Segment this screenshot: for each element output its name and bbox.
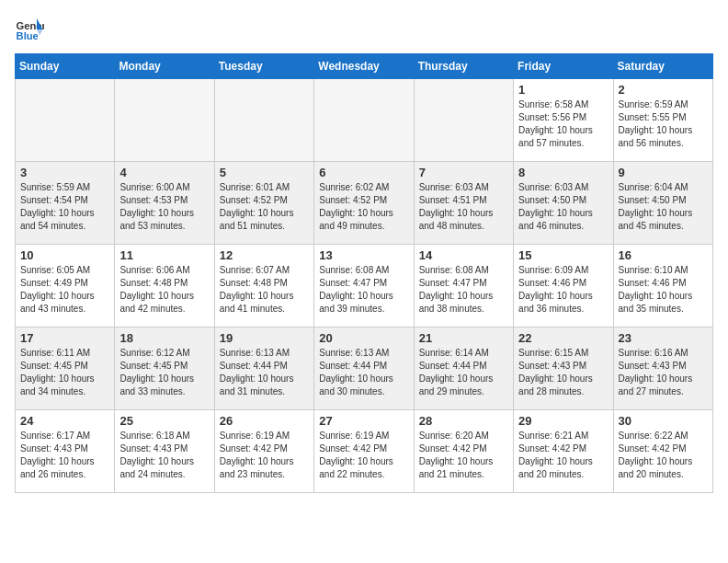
day-number: 24	[20, 414, 109, 428]
day-info: Sunrise: 6:03 AM Sunset: 4:50 PM Dayligh…	[518, 181, 608, 233]
day-info: Sunrise: 6:05 AM Sunset: 4:49 PM Dayligh…	[20, 264, 109, 316]
calendar-cell: 23Sunrise: 6:16 AM Sunset: 4:43 PM Dayli…	[613, 327, 712, 410]
day-number: 30	[619, 414, 708, 428]
day-number: 10	[20, 248, 109, 262]
calendar-cell: 15Sunrise: 6:09 AM Sunset: 4:46 PM Dayli…	[514, 245, 613, 327]
calendar-cell: 25Sunrise: 6:18 AM Sunset: 4:43 PM Dayli…	[115, 410, 214, 493]
day-info: Sunrise: 6:08 AM Sunset: 4:47 PM Dayligh…	[319, 264, 408, 316]
calendar-table: SundayMondayTuesdayWednesdayThursdayFrid…	[15, 53, 713, 493]
calendar-cell	[414, 79, 513, 162]
day-info: Sunrise: 6:21 AM Sunset: 4:42 PM Dayligh…	[518, 430, 608, 481]
calendar-week-row: 10Sunrise: 6:05 AM Sunset: 4:49 PM Dayli…	[16, 245, 713, 327]
calendar-cell: 27Sunrise: 6:19 AM Sunset: 4:42 PM Dayli…	[314, 410, 414, 493]
day-info: Sunrise: 6:13 AM Sunset: 4:44 PM Dayligh…	[220, 347, 309, 398]
day-number: 15	[518, 248, 608, 262]
day-number: 25	[119, 414, 209, 428]
logo-icon: General Blue	[15, 15, 44, 44]
day-info: Sunrise: 6:10 AM Sunset: 4:46 PM Dayligh…	[619, 264, 708, 316]
calendar-cell: 20Sunrise: 6:13 AM Sunset: 4:44 PM Dayli…	[314, 327, 414, 410]
day-number: 20	[319, 331, 408, 345]
column-header-thursday: Thursday	[414, 54, 513, 79]
calendar-cell: 3Sunrise: 5:59 AM Sunset: 4:54 PM Daylig…	[16, 162, 115, 245]
column-header-saturday: Saturday	[613, 54, 712, 79]
day-info: Sunrise: 5:59 AM Sunset: 4:54 PM Dayligh…	[20, 181, 109, 233]
column-header-sunday: Sunday	[16, 54, 115, 79]
day-info: Sunrise: 6:19 AM Sunset: 4:42 PM Dayligh…	[319, 430, 408, 481]
day-number: 9	[619, 166, 708, 179]
day-number: 27	[319, 414, 408, 428]
day-info: Sunrise: 6:17 AM Sunset: 4:43 PM Dayligh…	[20, 430, 109, 481]
calendar-cell: 4Sunrise: 6:00 AM Sunset: 4:53 PM Daylig…	[115, 162, 214, 245]
calendar-cell: 8Sunrise: 6:03 AM Sunset: 4:50 PM Daylig…	[514, 162, 613, 245]
calendar-cell: 14Sunrise: 6:08 AM Sunset: 4:47 PM Dayli…	[414, 245, 513, 327]
calendar-cell: 19Sunrise: 6:13 AM Sunset: 4:44 PM Dayli…	[214, 327, 313, 410]
day-info: Sunrise: 6:18 AM Sunset: 4:43 PM Dayligh…	[119, 430, 209, 481]
calendar-week-row: 17Sunrise: 6:11 AM Sunset: 4:45 PM Dayli…	[16, 327, 713, 410]
calendar-cell: 7Sunrise: 6:03 AM Sunset: 4:51 PM Daylig…	[414, 162, 513, 245]
column-header-monday: Monday	[115, 54, 214, 79]
calendar-cell: 29Sunrise: 6:21 AM Sunset: 4:42 PM Dayli…	[514, 410, 613, 493]
calendar-cell: 21Sunrise: 6:14 AM Sunset: 4:44 PM Dayli…	[414, 327, 513, 410]
day-info: Sunrise: 6:00 AM Sunset: 4:53 PM Dayligh…	[119, 181, 209, 233]
day-info: Sunrise: 6:58 AM Sunset: 5:56 PM Dayligh…	[518, 98, 608, 150]
day-number: 17	[20, 331, 109, 345]
day-info: Sunrise: 6:02 AM Sunset: 4:52 PM Dayligh…	[319, 181, 408, 233]
calendar-cell: 9Sunrise: 6:04 AM Sunset: 4:50 PM Daylig…	[613, 162, 712, 245]
calendar-cell: 5Sunrise: 6:01 AM Sunset: 4:52 PM Daylig…	[214, 162, 313, 245]
day-number: 12	[220, 248, 309, 262]
day-info: Sunrise: 6:01 AM Sunset: 4:52 PM Dayligh…	[220, 181, 309, 233]
day-info: Sunrise: 6:06 AM Sunset: 4:48 PM Dayligh…	[119, 264, 209, 316]
calendar-cell: 18Sunrise: 6:12 AM Sunset: 4:45 PM Dayli…	[115, 327, 214, 410]
day-info: Sunrise: 6:09 AM Sunset: 4:46 PM Dayligh…	[518, 264, 608, 316]
column-header-wednesday: Wednesday	[314, 54, 414, 79]
logo: General Blue	[15, 15, 44, 44]
day-info: Sunrise: 6:07 AM Sunset: 4:48 PM Dayligh…	[220, 264, 309, 316]
day-number: 11	[119, 248, 209, 262]
calendar-cell	[16, 79, 115, 162]
calendar-week-row: 3Sunrise: 5:59 AM Sunset: 4:54 PM Daylig…	[16, 162, 713, 245]
calendar-cell: 10Sunrise: 6:05 AM Sunset: 4:49 PM Dayli…	[16, 245, 115, 327]
day-number: 8	[518, 166, 608, 179]
day-info: Sunrise: 6:08 AM Sunset: 4:47 PM Dayligh…	[419, 264, 508, 316]
day-number: 2	[619, 83, 708, 97]
header: General Blue	[15, 15, 713, 44]
day-number: 14	[419, 248, 508, 262]
calendar-header-row: SundayMondayTuesdayWednesdayThursdayFrid…	[16, 54, 713, 79]
day-info: Sunrise: 6:20 AM Sunset: 4:42 PM Dayligh…	[419, 430, 508, 481]
day-number: 22	[518, 331, 608, 345]
calendar-week-row: 1Sunrise: 6:58 AM Sunset: 5:56 PM Daylig…	[16, 79, 713, 162]
day-number: 7	[419, 166, 508, 179]
day-info: Sunrise: 6:04 AM Sunset: 4:50 PM Dayligh…	[619, 181, 708, 233]
day-info: Sunrise: 6:22 AM Sunset: 4:42 PM Dayligh…	[619, 430, 708, 481]
day-number: 21	[419, 331, 508, 345]
calendar-cell	[314, 79, 414, 162]
calendar-cell: 2Sunrise: 6:59 AM Sunset: 5:55 PM Daylig…	[613, 79, 712, 162]
svg-text:Blue: Blue	[17, 30, 39, 41]
calendar-cell: 11Sunrise: 6:06 AM Sunset: 4:48 PM Dayli…	[115, 245, 214, 327]
calendar-cell: 28Sunrise: 6:20 AM Sunset: 4:42 PM Dayli…	[414, 410, 513, 493]
calendar-cell: 24Sunrise: 6:17 AM Sunset: 4:43 PM Dayli…	[16, 410, 115, 493]
calendar-cell: 26Sunrise: 6:19 AM Sunset: 4:42 PM Dayli…	[214, 410, 313, 493]
calendar-cell: 17Sunrise: 6:11 AM Sunset: 4:45 PM Dayli…	[16, 327, 115, 410]
calendar-week-row: 24Sunrise: 6:17 AM Sunset: 4:43 PM Dayli…	[16, 410, 713, 493]
day-info: Sunrise: 6:03 AM Sunset: 4:51 PM Dayligh…	[419, 181, 508, 233]
day-info: Sunrise: 6:13 AM Sunset: 4:44 PM Dayligh…	[319, 347, 408, 398]
day-number: 28	[419, 414, 508, 428]
day-info: Sunrise: 6:14 AM Sunset: 4:44 PM Dayligh…	[419, 347, 508, 398]
calendar-cell: 6Sunrise: 6:02 AM Sunset: 4:52 PM Daylig…	[314, 162, 414, 245]
day-number: 1	[518, 83, 608, 97]
day-number: 3	[20, 166, 109, 179]
day-number: 23	[619, 331, 708, 345]
day-number: 13	[319, 248, 408, 262]
day-number: 26	[220, 414, 309, 428]
calendar-cell: 22Sunrise: 6:15 AM Sunset: 4:43 PM Dayli…	[514, 327, 613, 410]
day-info: Sunrise: 6:15 AM Sunset: 4:43 PM Dayligh…	[518, 347, 608, 398]
column-header-tuesday: Tuesday	[214, 54, 313, 79]
day-info: Sunrise: 6:12 AM Sunset: 4:45 PM Dayligh…	[119, 347, 209, 398]
day-number: 18	[119, 331, 209, 345]
calendar-cell: 12Sunrise: 6:07 AM Sunset: 4:48 PM Dayli…	[214, 245, 313, 327]
day-info: Sunrise: 6:59 AM Sunset: 5:55 PM Dayligh…	[619, 98, 708, 150]
calendar-cell: 16Sunrise: 6:10 AM Sunset: 4:46 PM Dayli…	[613, 245, 712, 327]
column-header-friday: Friday	[514, 54, 613, 79]
calendar-cell: 13Sunrise: 6:08 AM Sunset: 4:47 PM Dayli…	[314, 245, 414, 327]
